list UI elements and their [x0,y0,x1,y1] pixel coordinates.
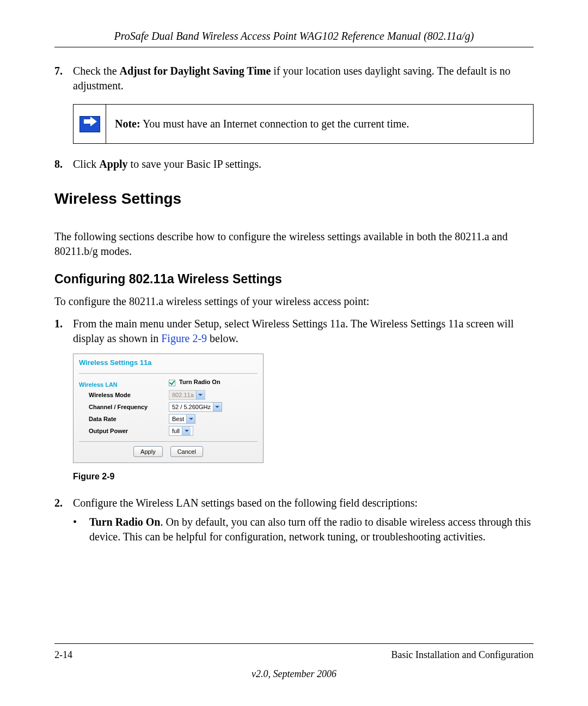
bold-term: Apply [99,158,127,170]
section-name: Basic Installation and Configuration [391,649,534,661]
bullet-turn-radio-on: • Turn Radio On. On by default, you can … [73,515,534,544]
chevron-down-icon [213,403,222,411]
page-footer: 2-14 Basic Installation and Configuratio… [54,643,534,680]
text: Check the [73,65,120,77]
chevron-down-icon [196,391,205,399]
note-text: Note: You must have an Internet connecti… [106,105,533,143]
version-line: v2.0, September 2006 [54,668,534,680]
figure-link[interactable]: Figure 2-9 [161,332,207,344]
text: Click [73,158,99,170]
wireless-mode-label: Wireless Mode [79,392,169,398]
turn-radio-checkbox[interactable] [169,380,175,386]
heading-wireless-settings: Wireless Settings [54,190,534,208]
select-value: 52 / 5.260GHz [172,404,211,410]
turn-radio-label: Turn Radio On [179,379,220,385]
step-number: 2. [54,496,73,510]
bold-term: Adjust for Daylight Saving Time [120,65,271,77]
select-value: full [172,428,180,434]
note-box: Note: You must have an Internet connecti… [73,104,534,144]
intro-paragraph: The following sections describe how to c… [54,229,534,259]
step-body: Click Apply to save your Basic IP settin… [73,157,534,172]
chevron-down-icon [186,415,195,423]
step-7: 7. Check the Adjust for Daylight Saving … [54,64,534,93]
output-power-select[interactable]: full [169,426,193,436]
page-number: 2-14 [54,649,72,661]
turn-radio-field: Turn Radio On [169,379,220,386]
select-value: 802.11a [172,392,194,398]
wireless-settings-panel: Wireless Settings 11a Wireless LAN Turn … [73,354,264,463]
text: From the main menu under Setup, select W… [73,318,514,344]
heading-configuring-80211a: Configuring 802.11a Wireless Settings [54,272,534,287]
channel-frequency-select[interactable]: 52 / 5.260GHz [169,402,222,412]
step-body: Check the Adjust for Daylight Saving Tim… [73,64,534,93]
step-body: From the main menu under Setup, select W… [73,317,534,346]
panel-section-label: Wireless LAN [79,377,169,388]
select-value: Best [172,416,184,422]
header-rule [54,47,534,47]
bullet-body: Turn Radio On. On by default, you can al… [89,515,534,544]
step-number: 8. [54,157,73,172]
footer-rule [54,643,534,644]
note-icon-cell [74,105,106,143]
cancel-button[interactable]: Cancel [170,446,203,457]
panel-title: Wireless Settings 11a [79,358,258,374]
wireless-mode-select[interactable]: 802.11a [169,390,205,400]
note-label: Note: [115,118,140,130]
output-power-label: Output Power [79,428,169,434]
paragraph: To configure the 80211.a wireless settin… [54,294,534,309]
figure-caption: Figure 2-9 [73,472,534,482]
chevron-down-icon [182,427,191,435]
apply-button[interactable]: Apply [133,446,163,457]
text: to save your Basic IP settings. [128,158,261,170]
step-body: Configure the Wireless LAN settings base… [73,496,534,510]
page-header-title: ProSafe Dual Band Wireless Access Point … [54,30,534,42]
step-8: 8. Click Apply to save your Basic IP set… [54,157,534,172]
bold-term: Turn Radio On [89,516,160,528]
step-2: 2. Configure the Wireless LAN settings b… [54,496,534,510]
text: below. [207,332,238,344]
note-body: You must have an Internet connection to … [140,118,409,130]
step-number: 1. [54,317,73,346]
step-1: 1. From the main menu under Setup, selec… [54,317,534,346]
bullet-marker: • [73,515,89,544]
arrow-right-icon [79,116,100,132]
data-rate-select[interactable]: Best [169,414,195,424]
step-number: 7. [54,64,73,93]
channel-frequency-label: Channel / Frequency [79,404,169,410]
data-rate-label: Data Rate [79,416,169,422]
